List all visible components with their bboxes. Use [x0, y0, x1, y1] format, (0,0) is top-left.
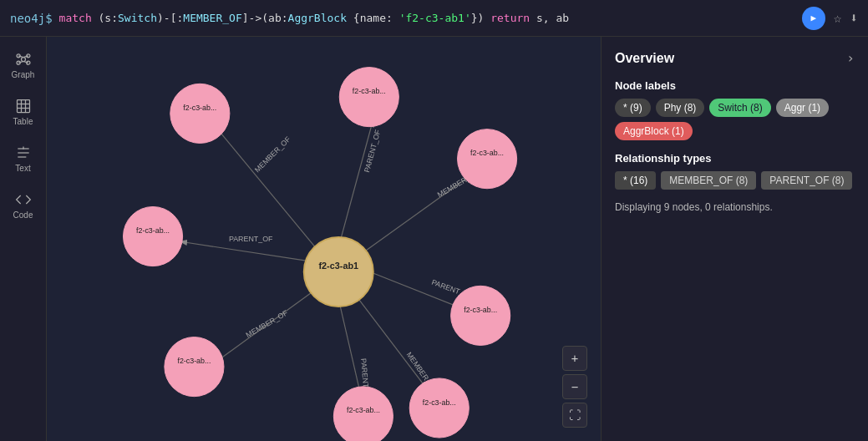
- svg-point-0: [21, 58, 25, 62]
- sidebar-item-graph[interactable]: Graph: [3, 43, 43, 87]
- sidebar-item-text[interactable]: Text: [3, 137, 43, 180]
- sidebar-graph-label: Graph: [12, 70, 35, 79]
- query-node1-close: )-[:: [157, 12, 183, 24]
- query-prop-open: {name:: [347, 12, 399, 24]
- label-badge-all[interactable]: * (9): [615, 99, 651, 117]
- zoom-out-button[interactable]: −: [562, 374, 587, 399]
- svg-text:PARENT_OF: PARENT_OF: [229, 235, 273, 243]
- download-icon[interactable]: ⬇: [850, 10, 858, 26]
- svg-text:MEMBER_OF: MEMBER_OF: [245, 308, 290, 339]
- panel-collapse-button[interactable]: ›: [846, 50, 855, 66]
- svg-text:f2-c3-ab1: f2-c3-ab1: [318, 261, 358, 271]
- topbar: neo4j$ match (s:Switch)-[:MEMBER_OF]->(a…: [0, 0, 868, 37]
- code-icon: [15, 191, 32, 208]
- query-vars: s, ab: [530, 12, 569, 24]
- svg-text:f2-c3-ab...: f2-c3-ab...: [177, 357, 211, 365]
- svg-text:f2-c3-ab...: f2-c3-ab...: [423, 398, 456, 407]
- query-str-val: 'f2-c3-ab1': [399, 12, 471, 24]
- svg-point-35: [170, 84, 230, 143]
- query-text: match (s:Switch)-[:MEMBER_OF]->(ab:AggrB…: [59, 12, 802, 24]
- run-button[interactable]: ▶: [802, 7, 825, 30]
- svg-text:f2-c3-ab...: f2-c3-ab...: [470, 149, 504, 157]
- svg-text:f2-c3-ab...: f2-c3-ab...: [136, 226, 170, 235]
- query-rel-label: MEMBER_OF: [183, 12, 241, 24]
- display-info: Displaying 9 nodes, 0 relationships.: [615, 201, 855, 213]
- zoom-in-button[interactable]: +: [562, 346, 587, 371]
- label-badge-phy[interactable]: Phy (8): [656, 99, 705, 117]
- svg-point-49: [123, 206, 182, 266]
- svg-point-41: [451, 286, 510, 345]
- query-prop-close: }): [471, 12, 490, 24]
- svg-point-39: [458, 129, 517, 189]
- query-node1-label: Switch: [118, 12, 157, 24]
- svg-text:f2-c3-ab...: f2-c3-ab...: [353, 87, 386, 95]
- label-badge-switch[interactable]: Switch (8): [709, 99, 770, 117]
- fit-button[interactable]: ⛶: [562, 403, 587, 428]
- svg-rect-9: [17, 100, 29, 113]
- table-icon: [15, 98, 32, 114]
- prompt-label: neo4j$: [10, 12, 53, 25]
- svg-text:MEMBER_OF: MEMBER_OF: [253, 134, 292, 174]
- label-badge-aggrblock[interactable]: AggrBlock (1): [615, 122, 693, 140]
- svg-point-43: [409, 378, 469, 438]
- node-labels-title: Node labels: [615, 79, 855, 92]
- rel-types-title: Relationship types: [615, 152, 855, 165]
- svg-text:PARENT_OF: PARENT_OF: [363, 129, 382, 174]
- rel-badge-member-of[interactable]: MEMBER_OF (8): [661, 171, 756, 190]
- svg-text:f2-c3-ab...: f2-c3-ab...: [464, 306, 497, 314]
- svg-point-47: [165, 337, 224, 397]
- graph-icon: [15, 51, 32, 68]
- star-icon[interactable]: ☆: [834, 10, 842, 26]
- query-return-keyword: return: [490, 12, 530, 24]
- query-rel-arrow: ]->(ab:: [242, 12, 288, 24]
- sidebar: Graph Table Text: [0, 37, 47, 441]
- svg-text:f2-c3-ab...: f2-c3-ab...: [347, 406, 380, 414]
- topbar-icons: ▶ ☆ ⬇: [802, 7, 858, 30]
- query-match-keyword: match: [59, 12, 92, 24]
- svg-point-51: [304, 237, 373, 307]
- rel-badge-parent-of[interactable]: PARENT_OF (8): [761, 171, 852, 190]
- svg-point-37: [339, 68, 398, 127]
- rel-types-row: * (16) MEMBER_OF (8) PARENT_OF (8): [615, 171, 855, 190]
- panel-header: Overview ›: [615, 50, 855, 66]
- graph-svg: MEMBER_OF PARENT_OF MEMBER_OF PARENT_OF …: [47, 37, 601, 441]
- sidebar-item-table[interactable]: Table: [3, 90, 43, 134]
- sidebar-item-code[interactable]: Code: [3, 184, 43, 227]
- overview-title: Overview: [615, 51, 674, 66]
- sidebar-code-label: Code: [13, 210, 33, 220]
- node-labels-row: * (9) Phy (8) Switch (8) Aggr (1) AggrBl…: [615, 99, 855, 140]
- text-icon: [15, 144, 32, 161]
- graph-area[interactable]: MEMBER_OF PARENT_OF MEMBER_OF PARENT_OF …: [47, 37, 601, 441]
- rel-badge-all[interactable]: * (16): [615, 171, 656, 190]
- svg-line-33: [180, 241, 309, 261]
- svg-text:f2-c3-ab...: f2-c3-ab...: [183, 104, 216, 112]
- sidebar-text-label: Text: [15, 164, 30, 173]
- query-node2-label: AggrBlock: [288, 12, 347, 24]
- label-badge-aggr[interactable]: Aggr (1): [776, 99, 829, 117]
- query-node1: (s:: [99, 12, 118, 24]
- main-layout: Graph Table Text: [0, 37, 868, 441]
- svg-line-21: [338, 119, 373, 247]
- sidebar-table-label: Table: [13, 117, 33, 126]
- overview-panel: Overview › Node labels * (9) Phy (8) Swi…: [601, 37, 868, 441]
- zoom-controls: + − ⛶: [562, 346, 587, 428]
